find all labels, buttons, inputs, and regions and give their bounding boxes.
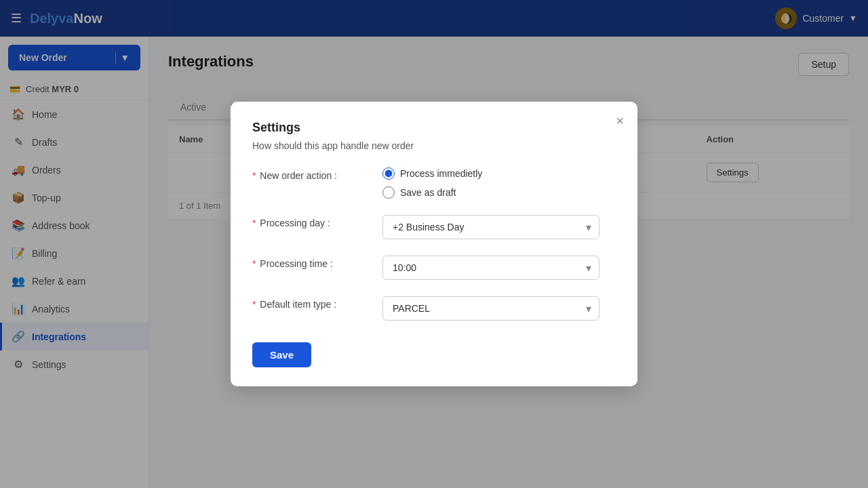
modal-title: Settings — [252, 121, 616, 135]
processing-time-label: * Processing time : — [252, 256, 374, 269]
modal-overlay: Settings × How should this app handle ne… — [0, 0, 868, 488]
save-button[interactable]: Save — [252, 342, 311, 367]
processing-time-select[interactable]: 10:00 09:00 11:00 12:00 — [382, 256, 599, 280]
new-order-action-label: * New order action : — [252, 167, 374, 181]
processing-day-row: * Processing day : +2 Business Day +1 Bu… — [252, 215, 616, 239]
radio-group: Process immedietly Save as draft — [382, 167, 482, 199]
processing-day-label: * Processing day : — [252, 215, 374, 228]
processing-day-wrapper: +2 Business Day +1 Business Day +3 Busin… — [382, 215, 599, 239]
radio-process-immediately[interactable]: Process immedietly — [382, 167, 482, 180]
close-button[interactable]: × — [616, 114, 624, 127]
new-order-action-row: * New order action : Process immedietly … — [252, 167, 616, 199]
radio-draft-input[interactable] — [382, 186, 395, 199]
default-item-type-label: * Default item type : — [252, 296, 374, 310]
modal-subtitle: How should this app handle new order — [252, 140, 616, 151]
processing-time-wrapper: 10:00 09:00 11:00 12:00 — [382, 256, 599, 280]
settings-modal: Settings × How should this app handle ne… — [231, 102, 637, 386]
default-item-type-wrapper: PARCEL DOCUMENT FRAGILE — [382, 296, 599, 321]
default-item-type-select[interactable]: PARCEL DOCUMENT FRAGILE — [382, 296, 599, 321]
default-item-type-row: * Default item type : PARCEL DOCUMENT FR… — [252, 296, 616, 321]
radio-save-as-draft[interactable]: Save as draft — [382, 186, 482, 199]
processing-time-row: * Processing time : 10:00 09:00 11:00 12… — [252, 256, 616, 280]
radio-process-input[interactable] — [382, 167, 395, 180]
processing-day-select[interactable]: +2 Business Day +1 Business Day +3 Busin… — [382, 215, 599, 239]
